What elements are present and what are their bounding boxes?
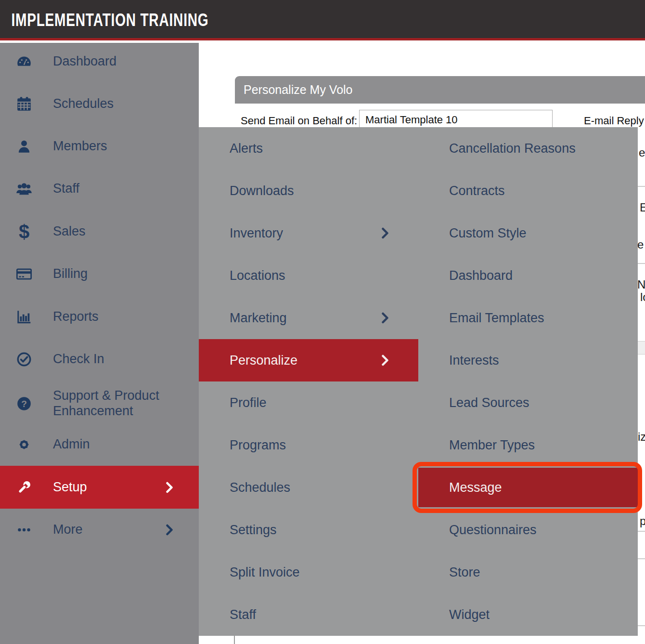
- chevron-right-icon: [381, 227, 389, 239]
- person-icon: [13, 136, 35, 157]
- flyout-item-member-types[interactable]: Member Types: [418, 424, 638, 466]
- sidebar-item-members[interactable]: Members: [0, 132, 199, 161]
- chevron-right-icon: [381, 355, 389, 366]
- flyout-item-split-invoice[interactable]: Split Invoice: [199, 551, 418, 593]
- clipped-text-fragment: e I: [637, 238, 645, 251]
- flyout-item-inventory[interactable]: Inventory: [199, 212, 418, 254]
- setup-flyout-menu: Alerts Downloads Inventory Locations Mar…: [199, 127, 638, 636]
- sidebar-item-reports[interactable]: Reports: [0, 302, 199, 331]
- sidebar-item-check-in[interactable]: Check In: [0, 345, 199, 374]
- clipped-text-fragment: lo: [640, 290, 645, 304]
- app-header: IMPLEMENTATION TRAINING: [0, 0, 645, 40]
- flyout-item-alerts[interactable]: Alerts: [199, 127, 418, 170]
- flyout-item-staff[interactable]: Staff: [199, 593, 418, 636]
- flyout-right-column: Cancellation Reasons Contracts Custom St…: [418, 127, 638, 636]
- clipped-text-fragment: iz: [638, 430, 645, 444]
- gauge-icon: [13, 51, 35, 72]
- flyout-item-questionnaires[interactable]: Questionnaires: [418, 509, 638, 551]
- flyout-item-interests[interactable]: Interests: [418, 339, 638, 381]
- page-title: IMPLEMENTATION TRAINING: [0, 0, 208, 41]
- calendar-icon: [13, 93, 35, 115]
- sidebar-item-admin[interactable]: Admin: [0, 430, 199, 459]
- sidebar-item-setup[interactable]: Setup: [0, 466, 199, 509]
- flyout-item-cancellation-reasons[interactable]: Cancellation Reasons: [418, 127, 638, 170]
- sidebar-item-sales[interactable]: $ Sales: [0, 217, 199, 246]
- svg-text:?: ?: [21, 399, 27, 409]
- clipped-text-fragment: p: [640, 514, 645, 528]
- question-circle-icon: ?: [13, 393, 35, 414]
- flyout-item-message[interactable]: Message: [418, 466, 638, 509]
- chevron-right-icon: [166, 482, 174, 493]
- clipped-text-fragment: e: [639, 146, 645, 159]
- flyout-item-lead-sources[interactable]: Lead Sources: [418, 381, 638, 424]
- send-email-on-behalf-label: Send Email on Behalf of:: [241, 115, 357, 127]
- sidebar-item-more[interactable]: More: [0, 515, 199, 544]
- flyout-item-personalize[interactable]: Personalize: [199, 339, 418, 381]
- app-window: Personalize My Volo Send Email on Behalf…: [0, 0, 645, 644]
- flyout-item-custom-style[interactable]: Custom Style: [418, 212, 638, 254]
- sidebar-nav: Dashboard Schedules Members Staff $ Sale…: [0, 43, 199, 644]
- flyout-item-email-templates[interactable]: Email Templates: [418, 297, 638, 339]
- content-below-flyout: [199, 636, 645, 644]
- flyout-left-column: Alerts Downloads Inventory Locations Mar…: [199, 127, 418, 636]
- check-circle-icon: [13, 349, 35, 370]
- ellipsis-icon: [13, 519, 35, 540]
- sidebar-item-staff[interactable]: Staff: [0, 174, 199, 203]
- flyout-item-store[interactable]: Store: [418, 551, 638, 593]
- flyout-item-profile[interactable]: Profile: [199, 381, 418, 424]
- clipped-text-fragment: NE: [637, 278, 645, 291]
- flyout-item-schedules[interactable]: Schedules: [199, 466, 418, 509]
- dollar-icon: $: [13, 221, 35, 242]
- flyout-item-marketing[interactable]: Marketing: [199, 297, 418, 339]
- sidebar-item-support[interactable]: ? Support & Product Enhancement: [0, 381, 199, 426]
- panel-title: Personalize My Volo: [235, 76, 645, 104]
- people-icon: [13, 178, 35, 199]
- flyout-item-programs[interactable]: Programs: [199, 424, 418, 466]
- flyout-item-dashboard[interactable]: Dashboard: [418, 254, 638, 297]
- bar-chart-icon: [13, 306, 35, 328]
- flyout-item-locations[interactable]: Locations: [199, 254, 418, 297]
- chevron-right-icon: [381, 312, 389, 324]
- gear-icon: [13, 434, 35, 455]
- sidebar-item-dashboard[interactable]: Dashboard: [0, 47, 199, 76]
- credit-card-icon: [13, 263, 35, 285]
- flyout-item-downloads[interactable]: Downloads: [199, 170, 418, 212]
- sidebar-item-schedules[interactable]: Schedules: [0, 90, 199, 118]
- divider: [234, 636, 235, 644]
- clipped-text-fragment: E: [640, 201, 645, 214]
- flyout-item-settings[interactable]: Settings: [199, 509, 418, 551]
- flyout-item-contracts[interactable]: Contracts: [418, 170, 638, 212]
- email-reply-label: E-mail Reply T: [584, 115, 645, 127]
- wrench-icon: [13, 477, 35, 498]
- flyout-item-widget[interactable]: Widget: [418, 593, 638, 636]
- sidebar-item-billing[interactable]: Billing: [0, 260, 199, 289]
- chevron-right-icon: [166, 524, 174, 536]
